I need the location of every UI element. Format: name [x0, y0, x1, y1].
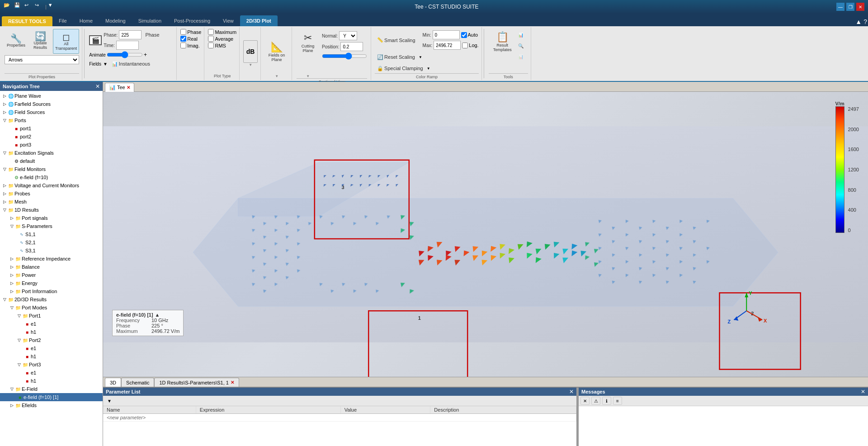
min-input[interactable] [433, 30, 460, 39]
help-btn[interactable]: ? [863, 18, 867, 25]
tree-item-1d-results[interactable]: ▽ 📁 1D Results [0, 206, 103, 214]
time-input[interactable] [116, 41, 139, 50]
update-results-btn[interactable]: 🔄 UpdateResults [30, 28, 50, 53]
fields-dropdown-arrow[interactable]: ▼ [275, 74, 278, 78]
tools-btn2[interactable]: 🔍 [516, 41, 526, 51]
tree-item-port-modes[interactable]: ▽ 📁 Port Modes [0, 304, 103, 312]
nav-tree-close-btn[interactable]: ✕ [95, 83, 100, 90]
instantaneous-btn[interactable]: 📊 Instantaneous [109, 59, 152, 68]
tools-btn3[interactable]: 📊 [516, 52, 526, 62]
tree-item-port1-modes[interactable]: ▽ 📁 Port1 [0, 312, 103, 320]
phase-check-label[interactable]: Phase [180, 29, 201, 35]
tree-item-field-sources[interactable]: ▷ 🌐 Field Sources [0, 108, 103, 116]
smart-scaling-btn[interactable]: 📏 Smart Scaling [375, 36, 417, 45]
qa-extra[interactable]: ▼ [48, 2, 57, 11]
close-1d-tab-btn[interactable]: ✕ [231, 380, 234, 385]
tree-item-excitation-signals[interactable]: ▽ 📁 Excitation Signals [0, 149, 103, 157]
special-clamping-dropdown[interactable]: ▼ [427, 66, 430, 71]
tree-item-e-field[interactable]: ▽ 📁 E-Field [0, 385, 103, 393]
qa-open[interactable]: 📂 [4, 2, 13, 11]
auto-checkbox[interactable] [461, 32, 467, 38]
messages-info-btn[interactable]: ℹ [602, 397, 611, 405]
tree-item-port2-e1[interactable]: ■ e1 [0, 344, 103, 352]
new-param-row[interactable]: <new parameter> [103, 414, 576, 422]
tree-item-port3[interactable]: ■ port3 [0, 141, 103, 149]
tree-item-voltage-current[interactable]: ▷ 📁 Voltage and Current Monitors [0, 181, 103, 190]
tree-item-port1-h1[interactable]: ■ h1 [0, 328, 103, 336]
tree-item-port-info[interactable]: ▷ 📁 Port Information [0, 287, 103, 295]
tree-item-farfield-sources[interactable]: ▷ 🌐 Farfield Sources [0, 100, 103, 108]
tab-view[interactable]: View [217, 15, 240, 26]
phase-checkbox[interactable] [180, 29, 186, 35]
new-param-cell[interactable]: <new parameter> [103, 414, 576, 422]
phase-btn[interactable]: Phase [143, 30, 161, 39]
fields-on-plane-btn[interactable]: 📐 Fields onPlane [265, 38, 288, 65]
qa-redo[interactable]: ↪ [35, 2, 44, 11]
bottom-tab-schematic[interactable]: Schematic [121, 378, 154, 387]
tree-item-efield-result[interactable]: ■ e-field (f=10) [1] [0, 393, 103, 401]
qa-save[interactable]: 💾 [14, 2, 23, 11]
messages-filter-btn[interactable]: ≡ [613, 397, 622, 405]
tab-home[interactable]: Home [73, 15, 99, 26]
tree-item-port1-e1[interactable]: ■ e1 [0, 320, 103, 328]
reset-scaling-btn[interactable]: 🔄 Reset Scaling [375, 52, 417, 62]
db-button[interactable]: dB [243, 40, 258, 63]
cutting-plane-dropdown[interactable]: ▼ [306, 74, 310, 78]
tree-item-port2[interactable]: ■ port2 [0, 133, 103, 141]
animate-slider[interactable] [107, 51, 143, 58]
imag-check-label[interactable]: Imag. [180, 43, 201, 48]
tree-item-probes[interactable]: ▷ 📁 Probes [0, 190, 103, 198]
real-check-label[interactable]: Real [180, 36, 201, 42]
tree-item-port1[interactable]: ■ port1 [0, 124, 103, 133]
tab-modeling[interactable]: Modeling [99, 15, 132, 26]
reset-scaling-dropdown[interactable]: ▼ [419, 55, 422, 59]
tree-item-port2-modes[interactable]: ▽ 📁 Port2 [0, 336, 103, 344]
messages-clear-btn[interactable]: ✕ [580, 397, 590, 405]
tree-item-s11[interactable]: ∿ S1,1 [0, 230, 103, 238]
tree-item-field-monitors[interactable]: ▽ 📁 Field Monitors [0, 165, 103, 173]
nav-tree-content[interactable]: ▷ 🌐 Plane Wave ▷ 🌐 Farfield Sources ▷ 🌐 … [0, 91, 103, 446]
qa-undo[interactable]: ↩ [24, 2, 33, 11]
all-transparent-btn[interactable]: ◻ AllTransparent [53, 29, 79, 54]
tree-item-port-signals[interactable]: ▷ 📁 Port signals [0, 214, 103, 222]
tab-simulation[interactable]: Simulation [132, 15, 168, 26]
close-tab-btn[interactable]: ✕ [127, 85, 130, 90]
cutting-plane-btn[interactable]: ✂ CuttingPlane [297, 29, 319, 56]
position-input[interactable] [340, 42, 363, 51]
phase-input[interactable] [119, 30, 142, 39]
tree-item-s21[interactable]: ∿ S2,1 [0, 238, 103, 247]
normal-dropdown[interactable]: YXZ [339, 31, 357, 40]
special-clamping-btn[interactable]: 🔒 Special Clamping [375, 64, 425, 73]
tree-item-ref-impedance[interactable]: ▷ 📁 Reference Impedance [0, 255, 103, 263]
tab-result-tools[interactable]: RESULT TOOLS [2, 16, 52, 26]
bottom-tab-3d[interactable]: 3D [105, 378, 121, 387]
plot-type-dropdown[interactable]: Arrows [5, 55, 79, 64]
bottom-tab-1d-results[interactable]: 1D Results\S-Parameters\S1, 1 ✕ [154, 378, 239, 387]
tree-item-s-parameters[interactable]: ▽ 📁 S-Parameters [0, 222, 103, 230]
maximum-check-label[interactable]: Maximum [208, 29, 236, 35]
properties-btn[interactable]: 🔧 Properties [5, 28, 28, 53]
tree-item-efields[interactable]: ▷ 📁 Efields [0, 401, 103, 409]
tree-item-plane-wave[interactable]: ▷ 🌐 Plane Wave [0, 92, 103, 100]
tab-file[interactable]: File [52, 15, 73, 26]
view-tab-tee[interactable]: 📊 Tee ✕ [105, 83, 134, 92]
3d-viewport[interactable]: 3 1 2 [103, 92, 868, 377]
tools-btn1[interactable]: 📊 [516, 30, 526, 40]
tree-item-efield[interactable]: ⚙ e-field (f=10) [0, 173, 103, 181]
tree-item-default[interactable]: ⚙ default [0, 157, 103, 165]
tree-item-2d3d-results[interactable]: ▽ 📁 2D/3D Results [0, 295, 103, 304]
position-slider[interactable] [322, 52, 367, 60]
close-button[interactable]: ✕ [856, 3, 864, 11]
result-templates-btn[interactable]: 📋 ResultTemplates [491, 28, 514, 55]
real-checkbox[interactable] [180, 36, 186, 42]
tab-post-processing[interactable]: Post-Processing [168, 15, 217, 26]
maximum-checkbox[interactable] [208, 29, 214, 35]
messages-content[interactable] [579, 406, 868, 446]
filter-btn[interactable]: ▼ [105, 397, 114, 405]
rms-check-label[interactable]: RMS [208, 43, 236, 48]
log-checkbox[interactable] [462, 43, 468, 48]
minimize-button[interactable]: — [836, 3, 844, 11]
max-input[interactable] [434, 41, 461, 50]
tree-item-port3-h1[interactable]: ■ h1 [0, 377, 103, 385]
restore-button[interactable]: ❐ [846, 3, 854, 11]
